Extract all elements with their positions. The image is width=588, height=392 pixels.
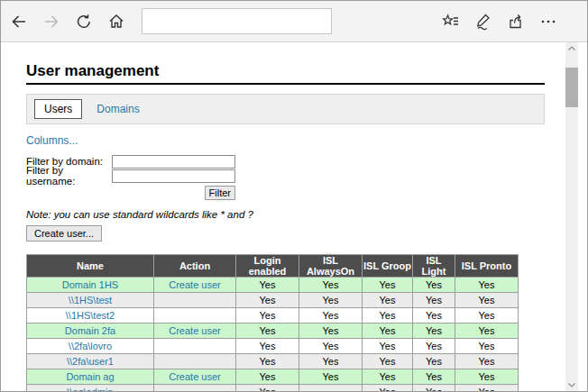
username-link[interactable]: \\2fa\user1 (67, 356, 114, 367)
value-cell: Yes (236, 324, 299, 339)
refresh-button[interactable] (68, 6, 100, 37)
action-cell (154, 339, 236, 354)
forward-arrow-icon (42, 13, 60, 31)
name-cell: \\ag\admin (27, 385, 154, 392)
create-user-link[interactable]: Create user (169, 325, 220, 336)
filter-button[interactable]: Filter (205, 186, 235, 200)
more-settings-button[interactable] (532, 6, 565, 37)
value-cell: Yes (363, 369, 413, 385)
username-link[interactable]: \\1HS\test (69, 295, 112, 305)
toolbar-right-cluster (435, 6, 565, 37)
home-button[interactable] (100, 6, 133, 37)
value-cell: Yes (363, 308, 413, 324)
value-cell: Yes (363, 324, 413, 339)
value-cell: Yes (363, 339, 413, 354)
ellipsis-icon (539, 13, 557, 31)
page-body: User management UsersDomains Columns... … (1, 42, 587, 391)
name-cell: Domain 2fa (27, 324, 154, 339)
action-cell[interactable]: Create user (154, 324, 236, 339)
value-cell: Yes (455, 293, 519, 308)
value-cell: Yes (455, 369, 519, 385)
action-cell (154, 308, 236, 324)
value-cell: Yes (363, 293, 413, 308)
filter-username-input[interactable] (112, 169, 235, 183)
page-title: User management (26, 61, 545, 85)
value-cell: Yes (455, 278, 519, 293)
web-note-button[interactable] (467, 6, 500, 37)
value-cell: Yes (236, 354, 299, 369)
value-cell: Yes (299, 278, 363, 293)
value-cell: Yes (299, 293, 363, 308)
create-user-link[interactable]: Create user (169, 371, 220, 382)
users-table: NameActionLogin enabledISL AlwaysOnISL G… (26, 254, 519, 391)
home-icon (107, 13, 125, 31)
wildcards-note: Note: you can use standard wildcards lik… (26, 209, 545, 220)
value-cell: Yes (299, 339, 363, 354)
hub-favorites-button[interactable] (435, 6, 467, 37)
domain-name-link[interactable]: Domain 2fa (65, 325, 115, 336)
value-cell: Yes (455, 308, 519, 324)
scrollbar-thumb[interactable] (565, 68, 578, 107)
columns-link[interactable]: Columns... (26, 134, 78, 147)
column-header-3: ISL AlwaysOn (299, 255, 363, 278)
value-cell: Yes (299, 324, 363, 339)
column-header-2: Login enabled (236, 255, 299, 278)
value-cell: Yes (413, 354, 455, 369)
user-row: \\1HS\test2YesYesYesYesYes (27, 308, 519, 324)
value-cell: Yes (236, 385, 299, 392)
column-header-5: ISL Light (413, 255, 455, 278)
tabs-bar: UsersDomains (26, 94, 545, 124)
filter-username-label: Filter by username: (26, 165, 112, 187)
value-cell: Yes (363, 354, 413, 369)
tab-users[interactable]: Users (34, 99, 82, 119)
value-cell: Yes (413, 278, 455, 293)
domain-row: Domain 1HSCreate userYesYesYesYesYes (27, 278, 519, 293)
column-header-4: ISL Groop (363, 255, 413, 278)
value-cell: Yes (413, 324, 455, 339)
column-header-6: ISL Pronto (455, 255, 519, 278)
value-cell: Yes (363, 385, 413, 392)
page-scrollbar[interactable] (565, 42, 578, 391)
action-cell[interactable]: Create user (154, 369, 236, 385)
pen-icon (474, 13, 492, 31)
value-cell: Yes (236, 339, 299, 354)
value-cell: Yes (413, 385, 455, 392)
value-cell: Yes (236, 278, 299, 293)
name-cell: Domain ag (27, 369, 154, 385)
refresh-icon (75, 13, 93, 31)
name-cell: \\1HS\test (27, 293, 154, 308)
user-row: \\ag\adminYesYesYesYes (27, 385, 519, 392)
back-button[interactable] (3, 6, 35, 37)
username-link[interactable]: \\2fa\lovro (69, 341, 112, 351)
scrollbar-down-arrow[interactable] (565, 379, 578, 391)
browser-toolbar (1, 1, 587, 42)
domain-name-link[interactable]: Domain 1HS (62, 279, 118, 290)
domain-row: Domain 2faCreate userYesYesYesYesYes (27, 324, 519, 339)
domain-name-link[interactable]: Domain ag (66, 371, 114, 382)
username-link[interactable]: \\ag\admin (67, 387, 113, 391)
column-header-1: Action (154, 255, 236, 278)
column-header-0: Name (27, 255, 154, 278)
value-cell: Yes (413, 293, 455, 308)
back-arrow-icon (10, 13, 28, 31)
value-cell: Yes (299, 354, 363, 369)
action-cell[interactable]: Create user (154, 278, 236, 293)
value-cell: Yes (455, 339, 519, 354)
value-cell (299, 385, 363, 392)
scrollbar-up-arrow[interactable] (565, 42, 578, 54)
share-button[interactable] (500, 6, 532, 37)
forward-button[interactable] (35, 6, 68, 37)
value-cell: Yes (363, 278, 413, 293)
value-cell: Yes (236, 308, 299, 324)
create-user-link[interactable]: Create user (169, 279, 220, 290)
user-row: \\2fa\user1YesYesYesYesYes (27, 354, 519, 369)
action-cell (154, 354, 236, 369)
value-cell: Yes (455, 324, 519, 339)
action-cell (154, 293, 236, 308)
username-link[interactable]: \\1HS\test2 (66, 310, 115, 321)
create-user-button[interactable]: Create user... (26, 225, 102, 242)
name-cell: \\2fa\lovro (27, 339, 154, 354)
tab-domains[interactable]: Domains (96, 103, 139, 115)
filter-domain-input[interactable] (112, 155, 235, 169)
address-bar-input[interactable] (142, 8, 332, 34)
